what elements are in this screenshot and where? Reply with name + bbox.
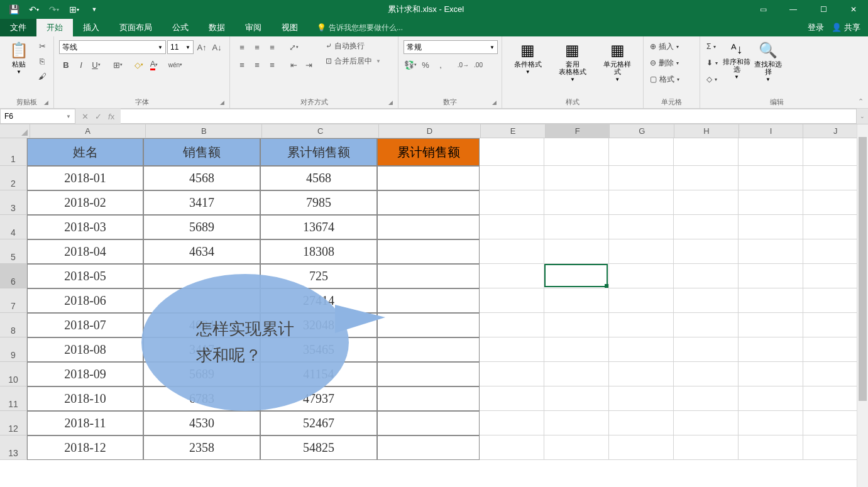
- col-header-E[interactable]: E: [481, 124, 546, 138]
- cell-I7[interactable]: [739, 288, 803, 313]
- cancel-formula-icon[interactable]: ✕: [82, 112, 89, 121]
- cell-E2[interactable]: [480, 166, 544, 190]
- cell-G7[interactable]: [609, 288, 674, 313]
- find-select-button[interactable]: 🔍查找和选择▼: [753, 39, 783, 85]
- tab-review[interactable]: 审阅: [235, 19, 272, 36]
- row-header-13[interactable]: 13: [0, 435, 27, 460]
- cell-G11[interactable]: [609, 386, 674, 411]
- col-header-I[interactable]: I: [739, 124, 804, 138]
- cell-I13[interactable]: [739, 435, 803, 460]
- cell-G10[interactable]: [609, 362, 674, 386]
- row-header-11[interactable]: 11: [0, 386, 27, 411]
- copy-icon[interactable]: ⎘: [35, 54, 49, 68]
- tab-insert[interactable]: 插入: [73, 19, 109, 36]
- login-link[interactable]: 登录: [808, 22, 824, 33]
- tab-formulas[interactable]: 公式: [162, 19, 199, 36]
- name-box[interactable]: F6▼: [0, 109, 75, 124]
- cell-I3[interactable]: [739, 190, 803, 215]
- cell-E1[interactable]: [480, 138, 544, 166]
- cell-F7[interactable]: [544, 288, 609, 313]
- cell-H3[interactable]: [674, 190, 739, 215]
- cell-E10[interactable]: [480, 362, 544, 386]
- cell-G13[interactable]: [609, 435, 674, 460]
- select-all-corner[interactable]: [0, 124, 30, 138]
- conditional-format-button[interactable]: ▦条件格式▼: [513, 39, 543, 77]
- cell-A3[interactable]: 2018-02: [27, 190, 143, 215]
- cell-D3[interactable]: [377, 190, 480, 215]
- cell-E7[interactable]: [480, 288, 544, 313]
- cell-B2[interactable]: 4568: [143, 166, 260, 190]
- cell-C3[interactable]: 7985: [260, 190, 377, 215]
- fill-button[interactable]: ⬇▾: [704, 55, 720, 70]
- align-left-icon[interactable]: ≡: [235, 58, 249, 72]
- cell-G6[interactable]: [609, 264, 674, 288]
- cell-F5[interactable]: [544, 239, 609, 264]
- cell-B3[interactable]: 3417: [143, 190, 260, 215]
- row-header-4[interactable]: 4: [0, 215, 27, 239]
- cell-G5[interactable]: [609, 239, 674, 264]
- cell-I4[interactable]: [739, 215, 803, 239]
- cell-E3[interactable]: [480, 190, 544, 215]
- cell-A6[interactable]: 2018-05: [27, 264, 143, 288]
- cell-F1[interactable]: [544, 138, 609, 166]
- undo-icon[interactable]: ↶▾: [25, 2, 43, 17]
- italic-button[interactable]: I: [74, 58, 88, 72]
- cell-D4[interactable]: [377, 215, 480, 239]
- dialog-launcher-icon[interactable]: ◢: [492, 99, 497, 106]
- cell-A13[interactable]: 2018-12: [27, 435, 143, 460]
- scroll-thumb[interactable]: [859, 137, 867, 401]
- cell-H7[interactable]: [674, 288, 739, 313]
- col-header-A[interactable]: A: [30, 124, 146, 138]
- cell-F8[interactable]: [544, 313, 609, 337]
- increase-decimal-icon[interactable]: .0→: [456, 58, 470, 72]
- dialog-launcher-icon[interactable]: ◢: [44, 99, 48, 106]
- tab-view[interactable]: 视图: [272, 19, 308, 36]
- maximize-icon[interactable]: ☐: [809, 0, 838, 19]
- cell-H4[interactable]: [674, 215, 739, 239]
- bold-button[interactable]: B: [59, 58, 73, 72]
- format-table-button[interactable]: ▦套用 表格格式▼: [558, 39, 588, 85]
- fill-color-button[interactable]: ◇▾: [132, 58, 146, 72]
- cell-D8[interactable]: [377, 313, 480, 337]
- col-header-B[interactable]: B: [146, 124, 262, 138]
- sort-filter-button[interactable]: ᴬ↓排序和筛选▼: [722, 39, 752, 82]
- font-name-combo[interactable]: 等线▼: [59, 40, 166, 54]
- cell-F12[interactable]: [544, 411, 609, 435]
- tab-home[interactable]: 开始: [36, 19, 73, 36]
- save-icon[interactable]: 💾: [5, 2, 23, 17]
- cell-H9[interactable]: [674, 337, 739, 362]
- cell-H11[interactable]: [674, 386, 739, 411]
- cell-F6[interactable]: [544, 264, 609, 288]
- cell-G1[interactable]: [609, 138, 674, 166]
- col-header-H[interactable]: H: [674, 124, 739, 138]
- cell-C1[interactable]: 累计销售额: [260, 138, 377, 166]
- cell-G2[interactable]: [609, 166, 674, 190]
- cell-F13[interactable]: [544, 435, 609, 460]
- col-header-F[interactable]: F: [546, 124, 610, 138]
- font-color-button[interactable]: A▾: [147, 58, 161, 72]
- cell-E4[interactable]: [480, 215, 544, 239]
- cell-E5[interactable]: [480, 239, 544, 264]
- format-cells-button[interactable]: ▢格式▾: [647, 72, 696, 87]
- percent-icon[interactable]: %: [419, 58, 432, 72]
- cell-H5[interactable]: [674, 239, 739, 264]
- close-icon[interactable]: ✕: [839, 0, 868, 19]
- cell-G4[interactable]: [609, 215, 674, 239]
- increase-font-icon[interactable]: A↑: [195, 40, 209, 54]
- cell-B5[interactable]: 4634: [143, 239, 260, 264]
- cell-H2[interactable]: [674, 166, 739, 190]
- row-header-5[interactable]: 5: [0, 239, 27, 264]
- cell-I5[interactable]: [739, 239, 803, 264]
- cell-D7[interactable]: [377, 288, 480, 313]
- cell-A10[interactable]: 2018-09: [27, 362, 143, 386]
- cell-D13[interactable]: [377, 435, 480, 460]
- cell-H13[interactable]: [674, 435, 739, 460]
- insert-cells-button[interactable]: ⊕插入▾: [647, 39, 696, 54]
- cell-styles-button[interactable]: ▦单元格样式▼: [602, 39, 632, 85]
- cell-I8[interactable]: [739, 313, 803, 337]
- row-header-8[interactable]: 8: [0, 313, 27, 337]
- minimize-icon[interactable]: —: [779, 0, 808, 19]
- tab-file[interactable]: 文件: [0, 19, 36, 36]
- cell-I6[interactable]: [739, 264, 803, 288]
- cell-E8[interactable]: [480, 313, 544, 337]
